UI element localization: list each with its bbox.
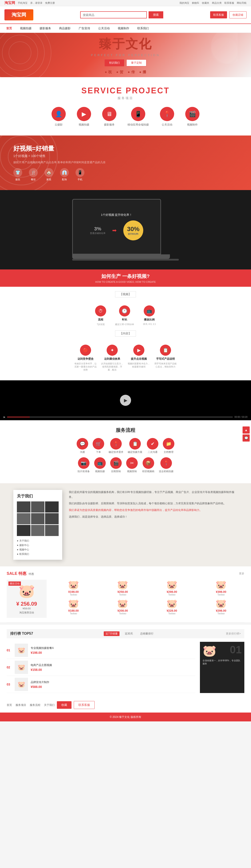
bottom-collect-btn[interactable]: 收藏 bbox=[57, 701, 72, 709]
sale-grid-item-7[interactable]: 🐷 ¥298.00 Taobao bbox=[198, 598, 245, 615]
book-list-item-2[interactable]: ● 视频中心 bbox=[17, 548, 59, 552]
top-nav-cart[interactable]: 购物车 bbox=[192, 1, 199, 5]
top-nav-my-taobao[interactable]: 我的淘宝 bbox=[179, 1, 189, 5]
howto-item-title-0: 流程 bbox=[98, 318, 103, 321]
top-nav-sitemap[interactable]: 网站导航 bbox=[237, 1, 247, 5]
bottom-nav-service[interactable]: 服务项目 bbox=[16, 703, 26, 707]
howto-content-icon-0: 🔴 bbox=[80, 345, 91, 356]
nav-item-video-prod[interactable]: 视频制作 bbox=[116, 26, 131, 30]
mobile-icon: 📱 bbox=[135, 111, 142, 118]
float-btn-service[interactable]: 💬 bbox=[243, 434, 250, 441]
flow-icon-draft: 📦 bbox=[143, 457, 154, 469]
flow-row-2: 📷 拍片前准备 📺 视频拍摄 🎬 后期剪辑 ✂ 视频剪辑 📦 初切视频稿 📍 送… bbox=[9, 457, 242, 473]
top-nav-mobile[interactable]: 手机淘宝 bbox=[18, 1, 28, 5]
ranking-item-1[interactable]: 02 🐷 电商产品主图视频 ¥158.00 bbox=[7, 659, 195, 676]
hero-btn-2[interactable]: 量子定制 bbox=[127, 59, 146, 66]
service-icon-5: 🎬 bbox=[185, 107, 199, 121]
svg-point-3 bbox=[9, 42, 31, 64]
howto-content-section: 【内容】 bbox=[13, 331, 238, 340]
top-nav-right: 我的淘宝 购物车 收藏夹 商品分类 联系客服 网站导航 bbox=[179, 1, 247, 5]
sale-grid-item-6[interactable]: 🐷 ¥228.00 Taobao bbox=[148, 598, 195, 615]
book-img-1 bbox=[31, 501, 45, 513]
bullet-icon: ● bbox=[17, 552, 19, 556]
top-nav-register[interactable]: 免费注册 bbox=[45, 1, 55, 5]
service-title-en: SERVICE PROJECT bbox=[13, 86, 238, 95]
nav-item-video-shoot[interactable]: 视频拍摄 bbox=[18, 26, 33, 30]
footer-copyright: © 2024 臻于文化 版权所有 bbox=[110, 715, 141, 719]
sale-grid-item-3[interactable]: 🐷 ¥398.00 Taobao bbox=[198, 580, 245, 596]
service-item-0[interactable]: 👤 云摄影 bbox=[52, 107, 66, 127]
top-nav-service[interactable]: 联系客服 bbox=[224, 1, 234, 5]
nav-item-pr[interactable]: 公关活动 bbox=[96, 26, 112, 30]
sale-price-5: ¥208.00 bbox=[100, 609, 146, 612]
sale-grid-item-5[interactable]: 🐷 ¥208.00 Taobao bbox=[100, 598, 146, 615]
sale-grid-item-1[interactable]: 🐷 ¥258.00 Taobao bbox=[100, 580, 146, 596]
service-item-2[interactable]: 🖥 摄影服务 bbox=[102, 107, 116, 127]
ranking-item-price-1: ¥158.00 bbox=[31, 668, 195, 672]
ranking-tab-0[interactable]: 近7天销量 bbox=[104, 631, 119, 636]
service-item-4[interactable]: 📍 公关活动 bbox=[160, 107, 174, 127]
tagline-item-2: ● 贺 bbox=[116, 70, 123, 74]
nav-item-home[interactable]: 首页 bbox=[4, 26, 14, 30]
sale-grid-item-4[interactable]: 🐷 ¥188.00 Taobao bbox=[50, 598, 97, 615]
bottom-nav-flow[interactable]: 服务流程 bbox=[30, 703, 40, 707]
sale-more-link[interactable]: 更多 bbox=[239, 572, 244, 576]
service-item-5[interactable]: 🎬 视频制作 bbox=[185, 107, 199, 127]
howto-item-title-1: 时长 bbox=[122, 318, 127, 321]
ranking-more-link[interactable]: 更多排行榜> bbox=[226, 632, 241, 636]
top-nav-login[interactable]: 亲，请登录 bbox=[30, 1, 43, 5]
nav-item-product-photo[interactable]: 商品摄影 bbox=[57, 26, 73, 30]
hero-main-title: 臻于文化 bbox=[91, 36, 160, 53]
ranking-tab-2[interactable]: 总销量排行 bbox=[138, 631, 155, 636]
service-label-4: 公关活动 bbox=[162, 123, 172, 127]
howto-body: 【视频】 ⏱ 流程 7步实现 🕐 时长 建议1:30~2:00分钟 📺 播放比例… bbox=[0, 287, 251, 380]
flow-icon-order: 🛒 bbox=[93, 438, 104, 450]
sale-grid-item-0[interactable]: 🐷 ¥198.00 Taobao bbox=[50, 580, 97, 596]
service-icon-3: 📱 bbox=[131, 107, 145, 121]
service-item-1[interactable]: ▶ 视频拍摄 bbox=[77, 107, 91, 127]
contact-btn[interactable]: 联系客服 bbox=[210, 11, 227, 19]
search-button[interactable]: 搜索 bbox=[148, 11, 163, 19]
bottom-nav-home[interactable]: 首页 bbox=[7, 703, 12, 707]
sale-subtitle: 特惠 bbox=[29, 572, 34, 576]
nav-item-ad[interactable]: 广告宣传 bbox=[77, 26, 92, 30]
howto-content-icon-2: ▶ bbox=[133, 345, 144, 356]
play-button[interactable]: ▶ bbox=[120, 395, 131, 406]
collect-btn[interactable]: 收藏店铺 bbox=[229, 11, 247, 19]
sale-grid-item-2[interactable]: 🐷 ¥298.00 Taobao bbox=[148, 580, 195, 596]
bottom-contact-btn[interactable]: 联系客服 bbox=[74, 701, 94, 709]
ranking-tab-1[interactable]: 近30天 bbox=[123, 631, 135, 636]
book-list-item-0[interactable]: ● 关于我们 bbox=[17, 539, 59, 543]
site-logo: 淘宝网 bbox=[4, 9, 33, 21]
flow-label-6: 拍片前准备 bbox=[78, 470, 90, 473]
top-nav-favorites[interactable]: 收藏夹 bbox=[202, 1, 209, 5]
flow-title: 服务流程 bbox=[9, 427, 242, 434]
sale-price-4: ¥188.00 bbox=[50, 609, 97, 612]
book-list-item-1[interactable]: ● 摄影中心 bbox=[17, 543, 59, 548]
top-navigation: 淘宝网 手机淘宝 亲，请登录 免费注册 我的淘宝 购物车 收藏夹 商品分类 联系… bbox=[0, 0, 251, 6]
howto-item-title-2: 播放比例 bbox=[144, 318, 155, 321]
ranking-info-2: 品牌宣传片制作 ¥588.00 bbox=[31, 680, 195, 689]
big-pct: 30% bbox=[127, 225, 139, 232]
nav-item-photo[interactable]: 摄影服务 bbox=[38, 26, 53, 30]
player-progress-bar[interactable] bbox=[7, 417, 233, 417]
sale-price-2: ¥298.00 bbox=[148, 590, 195, 593]
service-item-3[interactable]: 📱 移动应用全端拍摄 bbox=[128, 107, 149, 127]
about-paragraph-1: 我们的团队由专业摄影师、后期剪辑师、导演和创意策划人员组成，每个项目都精心策划，… bbox=[69, 501, 238, 506]
search-input[interactable] bbox=[80, 11, 147, 19]
book-list-item-3[interactable]: ● 联系我们 bbox=[17, 552, 59, 556]
sale-label-2: Taobao bbox=[148, 593, 195, 596]
sale-main-product[interactable]: 爆款活动 🐷 ¥ 256.09 ¥58.00 淘宝推荐活动 bbox=[7, 580, 47, 618]
bottom-nav-about[interactable]: 关于我们 bbox=[44, 703, 55, 707]
nav-item-contact[interactable]: 联系我们 bbox=[136, 26, 150, 30]
flow-icon-edit: ✂ bbox=[126, 457, 138, 469]
hero-btn-1[interactable]: 初识我们 bbox=[105, 59, 124, 66]
ranking-item-0[interactable]: 01 🐷 专业视频拍摄套餐A ¥198.00 bbox=[7, 642, 195, 659]
ranking-section: 排行榜 TOP57 近7天销量 近30天 总销量排行 更多排行榜> 01 🐷 专… bbox=[0, 625, 251, 698]
top-nav-categories[interactable]: 商品分类 bbox=[212, 1, 222, 5]
flow-label-7: 视频拍摄 bbox=[95, 470, 105, 473]
ranking-item-2[interactable]: 03 🐷 品牌宣传片制作 ¥588.00 bbox=[7, 676, 195, 693]
ranking-title: 排行榜 TOP57 bbox=[10, 631, 33, 636]
ranking-list: 01 🐷 专业视频拍摄套餐A ¥198.00 02 🐷 电商产品主图视频 ¥15… bbox=[7, 642, 195, 693]
float-btn-top[interactable]: ▲ bbox=[243, 427, 250, 434]
